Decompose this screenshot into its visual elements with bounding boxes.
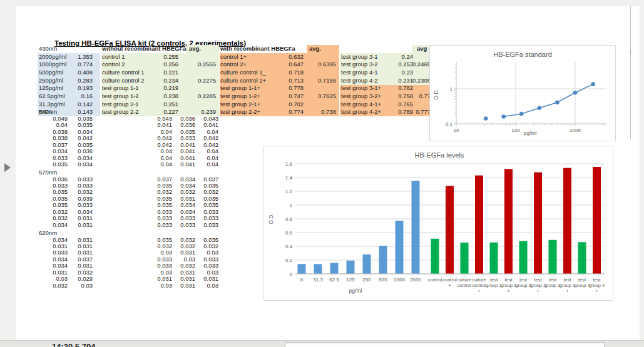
group2-avg[interactable]: 0.7625 xyxy=(307,93,336,101)
group2-name[interactable]: culture control 2+ xyxy=(220,77,279,85)
bottom-panel[interactable] xyxy=(285,343,605,347)
group2-name[interactable]: test group 2-2+ xyxy=(220,108,279,116)
svg-text:control: control xyxy=(457,283,472,288)
svg-text:test: test xyxy=(490,277,498,283)
svg-text:test: test xyxy=(504,277,513,283)
reading-value[interactable]: 0.033 xyxy=(190,222,218,228)
pane-divider[interactable] xyxy=(630,6,631,139)
group1-value[interactable]: 0.255 xyxy=(149,53,178,61)
svg-text:pg/ml: pg/ml xyxy=(524,130,537,136)
group2-name[interactable]: control 1+ xyxy=(220,53,279,61)
wavelength-header[interactable]: 620nm xyxy=(39,230,76,236)
reading-value[interactable]: 0.03 xyxy=(64,283,93,289)
svg-text:group 1: group 1 xyxy=(501,283,516,288)
group1-value[interactable]: 0.219 xyxy=(149,84,178,93)
standard-value[interactable]: 0.142 xyxy=(63,101,93,109)
standard-value[interactable]: 0.774 xyxy=(63,61,93,69)
svg-text:1000: 1000 xyxy=(570,128,581,133)
group2-value[interactable]: 0.718 xyxy=(274,69,304,77)
svg-text:control: control xyxy=(472,283,486,288)
svg-text:500: 500 xyxy=(379,277,387,283)
group3-avg[interactable]: 0.2305 xyxy=(401,77,431,85)
svg-text:0: 0 xyxy=(300,277,304,283)
group2-value[interactable]: 0.713 xyxy=(274,77,304,85)
wavelength-header[interactable]: 540nm xyxy=(39,109,76,115)
standard-value[interactable]: 0.408 xyxy=(63,69,93,77)
svg-text:HB-EGFa levels: HB-EGFa levels xyxy=(415,151,464,159)
svg-text:pg/ml: pg/ml xyxy=(349,288,362,294)
group3-avg[interactable]: 0.2465 xyxy=(401,61,431,69)
svg-text:1: 1 xyxy=(290,203,293,208)
svg-text:0.8: 0.8 xyxy=(285,216,293,222)
reading-value[interactable]: 0.031 xyxy=(64,222,93,228)
standard-value[interactable]: 1.353 xyxy=(63,53,93,61)
svg-text:test: test xyxy=(534,277,542,283)
svg-text:1.4: 1.4 xyxy=(285,175,293,181)
group1-value[interactable]: 0.256 xyxy=(149,61,178,69)
svg-text:0: 0 xyxy=(290,271,293,277)
group1-value[interactable]: 0.221 xyxy=(149,69,178,77)
svg-text:test: test xyxy=(563,277,571,283)
standard-value[interactable]: 0.283 xyxy=(63,77,93,85)
group1-avg[interactable]: 0.2285 xyxy=(187,93,216,101)
wavelength-header[interactable]: 430nm xyxy=(39,45,76,53)
svg-text:group 4: group 4 xyxy=(589,283,605,288)
group3-value[interactable]: 0.765 xyxy=(384,101,413,109)
svg-text:2000: 2000 xyxy=(410,277,421,283)
group1-value[interactable]: 0.251 xyxy=(149,101,178,109)
group1-avg[interactable]: 0.2275 xyxy=(187,77,216,85)
reading-value[interactable]: 0.03 xyxy=(190,283,218,289)
standard-value[interactable]: 0.193 xyxy=(63,84,93,93)
group3-avg[interactable]: 0.77 xyxy=(401,93,431,101)
svg-text:250: 250 xyxy=(362,277,371,283)
standard-value[interactable]: 0.16 xyxy=(63,93,93,101)
group2-value[interactable]: 0.702 xyxy=(274,101,304,109)
group2-avg-header[interactable]: avg. xyxy=(309,45,337,53)
group2-avg[interactable]: 0.6395 xyxy=(307,61,336,69)
application-window: Testing HB-EGFa ELISA kit (2 controls, 2… xyxy=(0,0,644,347)
svg-text:culture: culture xyxy=(457,277,472,283)
group1-value[interactable]: 0.234 xyxy=(149,77,178,85)
svg-text:group 4: group 4 xyxy=(574,283,590,288)
group2-value[interactable]: 0.778 xyxy=(274,84,304,93)
svg-text:group 3: group 3 xyxy=(544,283,560,288)
bottom-bar-text: 14:30 5,794 xyxy=(52,342,95,347)
group2-value[interactable]: 0.647 xyxy=(274,61,304,69)
bottom-bar: 14:30 5,794 xyxy=(0,340,644,347)
expand-pane-arrow-icon[interactable] xyxy=(4,163,11,172)
reading-value[interactable]: 0.04 xyxy=(190,161,218,168)
svg-text:31.3: 31.3 xyxy=(313,277,323,283)
group2-name[interactable]: control 2+ xyxy=(220,61,279,69)
group3-value[interactable]: 0.23 xyxy=(384,69,413,77)
group2-value[interactable]: 0.747 xyxy=(274,93,304,101)
group3-value[interactable]: 0.782 xyxy=(384,84,413,93)
standard-curve-chart[interactable]: HB-EGFa standard1010010000.11pg/mlO.D. xyxy=(429,45,616,141)
divider-grip-icon[interactable]: ⋮ xyxy=(628,50,633,59)
group2-value[interactable]: 0.632 xyxy=(274,53,304,61)
svg-text:+: + xyxy=(566,288,569,294)
svg-text:group 2: group 2 xyxy=(515,283,531,288)
reading-value[interactable]: 0.034 xyxy=(64,161,93,168)
levels-bar-plot: HB-EGFa levels00.20.40.60.811.21.41.6031… xyxy=(264,146,613,300)
levels-bar-chart[interactable]: HB-EGFa levels00.20.40.60.811.21.41.6031… xyxy=(263,146,613,301)
svg-text:+: + xyxy=(478,288,481,294)
group2-value[interactable]: 0.774 xyxy=(274,108,304,116)
svg-text:0.2: 0.2 xyxy=(285,258,293,263)
svg-text:control: control xyxy=(442,277,457,283)
group2-name[interactable]: culture control 1_ xyxy=(220,69,279,77)
svg-text:62.5: 62.5 xyxy=(329,277,339,283)
group2-avg[interactable]: 0.7155 xyxy=(307,77,336,85)
wavelength-header[interactable]: 570nm xyxy=(39,169,76,176)
group2-name[interactable]: test group 1-1+ xyxy=(220,84,279,93)
group3-value[interactable]: 0.24 xyxy=(384,53,413,61)
svg-text:1000: 1000 xyxy=(394,277,405,283)
group2-name[interactable]: test group 2-1+ xyxy=(220,101,279,109)
group1-avg[interactable]: 0.2555 xyxy=(187,61,216,69)
group2-avg[interactable]: 0.738 xyxy=(307,108,336,116)
group1-value[interactable]: 0.238 xyxy=(149,93,178,101)
group1-avg-header[interactable]: avg. xyxy=(189,45,217,53)
group3-avg[interactable]: 0.777 xyxy=(401,108,431,116)
svg-text:O.D.: O.D. xyxy=(433,89,439,99)
group2-name[interactable]: test group 1-2+ xyxy=(220,93,279,101)
svg-text:100: 100 xyxy=(511,128,520,133)
